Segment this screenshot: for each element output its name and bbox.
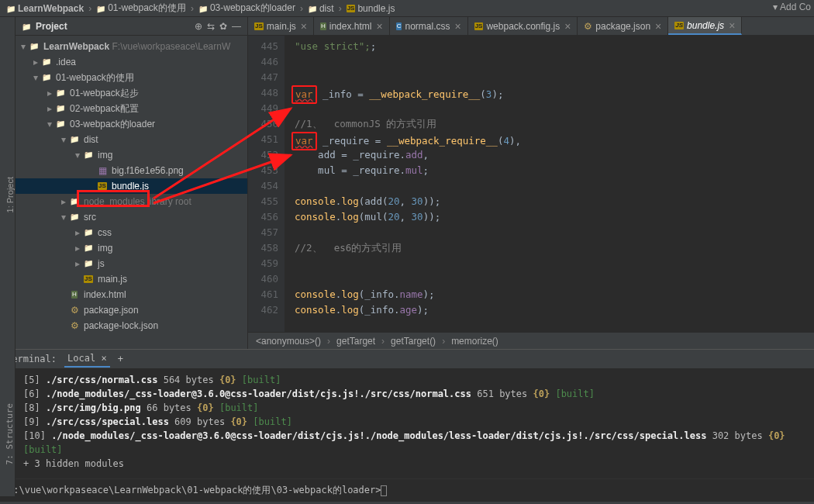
- code-editor[interactable]: 4454464474484494504514524534544554564574…: [248, 36, 814, 332]
- tab-main-js[interactable]: JSmain.js×: [248, 17, 314, 35]
- editor-tabs[interactable]: JSmain.js× Hindex.html× Cnormal.css× JSw…: [248, 17, 814, 36]
- html-icon: H: [71, 291, 78, 299]
- line-gutter: 4454464474484494504514524534544554564574…: [248, 36, 285, 332]
- json-icon: ⚙: [68, 318, 81, 333]
- tab-index-html[interactable]: Hindex.html×: [314, 17, 390, 35]
- structure-tool-button[interactable]: 7: Structure: [5, 403, 15, 464]
- project-panel: Project ⊕ ⇆ ✿ — ▾LearnWebpack F:\vue\wor…: [16, 17, 248, 349]
- hide-icon[interactable]: —: [232, 21, 241, 32]
- project-panel-title: Project: [36, 21, 190, 32]
- tab-webpack-config[interactable]: JSwebpack.config.js×: [468, 17, 578, 35]
- tab-bundle-js[interactable]: JSbundle.js×: [668, 17, 742, 35]
- terminal-tab-local[interactable]: Local ×: [64, 350, 110, 368]
- folder-icon: [198, 3, 208, 14]
- structure-breadcrumb[interactable]: <anonymous>()› getTarget› getTarget()› m…: [248, 332, 814, 349]
- project-tree[interactable]: ▾LearnWebpack F:\vue\workpaseace\LearnW …: [16, 36, 247, 349]
- run-config-icon[interactable]: ▾: [773, 2, 778, 12]
- project-tool-button[interactable]: 1: Project: [5, 177, 15, 212]
- tool-window-stripe-left[interactable]: 1: Project: [0, 17, 16, 349]
- terminal-prompt[interactable]: F:\vue\workpaseace\LearnWebpack\01-webpa…: [0, 478, 814, 502]
- add-terminal-button[interactable]: +: [118, 354, 123, 364]
- json-icon: ⚙: [68, 302, 81, 318]
- project-view-icon: [22, 21, 31, 32]
- terminal-panel: 7: Structure 2: Favorites Terminal: Loca…: [0, 349, 814, 502]
- gear-icon[interactable]: ✿: [219, 21, 227, 32]
- js-file-icon: JS: [347, 5, 356, 12]
- tab-normal-css[interactable]: Cnormal.css×: [390, 17, 468, 35]
- close-icon[interactable]: ×: [101, 353, 106, 364]
- tab-package-json[interactable]: ⚙package.json×: [578, 17, 668, 35]
- folder-icon: [6, 3, 16, 14]
- collapse-icon[interactable]: ⇆: [207, 21, 215, 32]
- folder-icon: [96, 3, 105, 14]
- locate-icon[interactable]: ⊕: [195, 21, 202, 32]
- folder-icon: [308, 3, 317, 14]
- add-config-button[interactable]: Add Co: [780, 2, 811, 12]
- close-icon[interactable]: ×: [301, 20, 307, 33]
- png-icon: ▦: [96, 163, 109, 178]
- terminal-output[interactable]: [5] ./src/css/normal.css 564 bytes {0} […: [0, 368, 814, 478]
- tree-item-bundle-js[interactable]: JSbundle.js: [16, 178, 247, 194]
- breadcrumb-bar: LearnWebpack › 01-webpack的使用 › 03-webpac…: [0, 0, 814, 17]
